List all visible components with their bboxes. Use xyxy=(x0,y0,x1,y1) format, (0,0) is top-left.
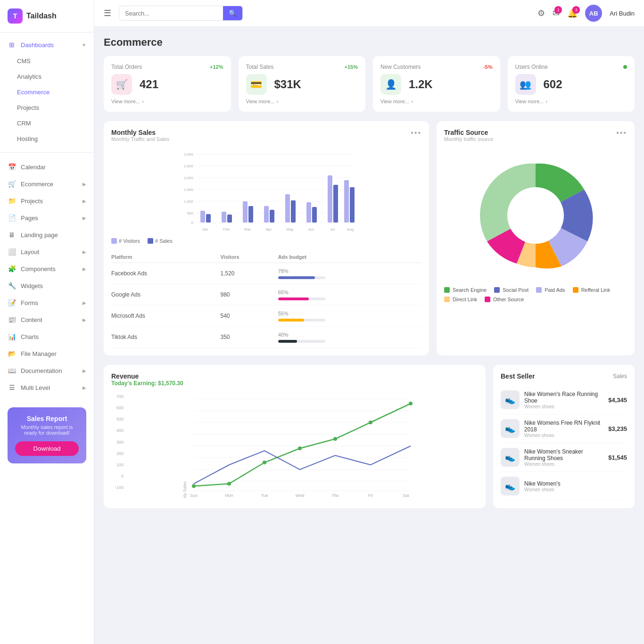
sidebar-item-forms[interactable]: 📝 Forms ▶ xyxy=(0,294,94,311)
components-icon: 🧩 xyxy=(8,264,16,273)
svg-rect-24 xyxy=(306,202,311,223)
svg-text:Thu: Thu xyxy=(331,493,339,498)
chevron-right-icon: ▶ xyxy=(83,300,86,305)
traffic-menu[interactable]: ••• xyxy=(616,129,627,137)
product-category: Women shoes xyxy=(524,487,627,492)
product-category: Women shoes xyxy=(524,462,603,467)
list-item: 👟 Nike Women's Women shoes xyxy=(501,472,627,501)
menu-toggle-button[interactable]: ☰ xyxy=(104,8,111,18)
sales-change: +15% xyxy=(345,64,358,70)
platform-ads-budget: 65% xyxy=(278,284,421,305)
sales-view-more[interactable]: View more... › xyxy=(246,99,358,104)
donut-chart xyxy=(444,149,627,281)
sidebar-item-cms[interactable]: CMS xyxy=(0,53,94,69)
svg-rect-20 xyxy=(264,206,269,223)
chevron-right-icon: ▶ xyxy=(83,182,86,187)
product-info: Nike Women's Race Running Shoe Women sho… xyxy=(524,391,603,409)
search-input[interactable] xyxy=(119,7,223,20)
main-content: ☰ 🔍 ⚙ ✉ 1 🔔 3 AB Ari Budin Ecommerce xyxy=(94,0,644,644)
platform-ads-budget: 78% xyxy=(278,263,421,284)
notifications-button[interactable]: 🔔 3 xyxy=(567,8,578,18)
sidebar-item-content[interactable]: 📰 Content ▶ xyxy=(0,311,94,328)
stat-card-sales: Total Sales +15% 💳 $31K View more... › xyxy=(239,56,366,112)
svg-text:Sun: Sun xyxy=(190,493,198,498)
users-view-more[interactable]: View more... › xyxy=(515,99,627,104)
customers-view-more[interactable]: View more... › xyxy=(380,99,493,104)
sidebar-item-ecommerce[interactable]: Ecommerce xyxy=(0,84,94,100)
progress-bar xyxy=(278,340,325,343)
visitors-legend-dot xyxy=(111,238,117,244)
svg-rect-27 xyxy=(333,185,338,223)
monthly-sales-menu[interactable]: ••• xyxy=(411,129,421,137)
divider xyxy=(0,152,94,153)
svg-rect-21 xyxy=(270,210,274,223)
product-info: Nike Women's Sneaker Running Shoes Women… xyxy=(524,448,603,467)
svg-rect-26 xyxy=(328,175,332,223)
sidebar-item-widgets[interactable]: 🔧 Widgets xyxy=(0,277,94,294)
sidebar-item-hosting[interactable]: Hosting xyxy=(0,131,94,147)
svg-rect-29 xyxy=(350,187,355,223)
sidebar-item-landing[interactable]: 🖥 Landing page xyxy=(0,226,94,243)
svg-rect-17 xyxy=(227,215,232,223)
product-category: Women shoes xyxy=(524,433,603,438)
direct-color xyxy=(444,297,450,302)
donut-legend: Search Engine Social Post Paid Ads xyxy=(444,287,627,302)
sidebar-item-dashboards[interactable]: ⊞ Dashboards ▼ xyxy=(0,36,94,53)
list-item: 👟 Nike Women's Sneaker Running Shoes Wom… xyxy=(501,443,627,472)
sidebar-item-docs[interactable]: 📖 Documentation ▶ xyxy=(0,362,94,379)
sidebar-item-filemanager[interactable]: 📂 File Manager xyxy=(0,345,94,362)
sidebar-item-ecommerce-nav[interactable]: 🛒 Ecommerce ▶ xyxy=(0,175,94,192)
sidebar-item-charts[interactable]: 📊 Charts xyxy=(0,328,94,345)
header-right: ⚙ ✉ 1 🔔 3 AB Ari Budin xyxy=(537,5,635,22)
progress-bar xyxy=(278,319,325,322)
revenue-y-axis: 700 600 500 400 300 200 100 0 -100 xyxy=(111,394,126,499)
multilevel-icon: ☰ xyxy=(8,383,16,392)
download-button[interactable]: Download xyxy=(15,441,79,456)
customers-value: 1.2K xyxy=(409,78,433,91)
orders-label: Total Orders xyxy=(111,64,142,70)
sidebar-item-projects[interactable]: Projects xyxy=(0,100,94,116)
progress-fill xyxy=(278,276,315,279)
sidebar-item-calendar[interactable]: 📅 Calendar xyxy=(0,158,94,175)
orders-view-more[interactable]: View more... › xyxy=(111,99,223,104)
progress-fill xyxy=(278,319,304,322)
chevron-right-icon: ▶ xyxy=(83,198,86,204)
filemanager-icon: 📂 xyxy=(8,349,16,358)
chevron-right-icon: ▶ xyxy=(83,215,86,221)
orders-value: 421 xyxy=(140,78,158,91)
svg-text:Daily Sales: Daily Sales xyxy=(182,481,187,498)
sidebar-item-projects-nav[interactable]: 📁 Projects ▶ xyxy=(0,192,94,209)
visitors-legend-label: # Visitors xyxy=(119,238,140,244)
users-icon: 👥 xyxy=(515,74,536,95)
platform-visitors: 1,520 xyxy=(220,263,278,284)
sidebar-item-crm[interactable]: CRM xyxy=(0,116,94,131)
svg-text:Fri: Fri xyxy=(368,493,373,498)
refferal-color xyxy=(573,287,578,293)
sidebar-item-multilevel[interactable]: ☰ Multi Level ▶ xyxy=(0,379,94,396)
messages-button[interactable]: ✉ 1 xyxy=(553,8,560,18)
sidebar-item-components[interactable]: 🧩 Components ▶ xyxy=(0,260,94,277)
search-button[interactable]: 🔍 xyxy=(223,6,242,20)
legend-refferal: Refferal Link xyxy=(573,287,611,293)
settings-button[interactable]: ⚙ xyxy=(537,8,545,18)
traffic-subtitle: Monthly traffic source xyxy=(444,136,493,142)
svg-text:1,000: 1,000 xyxy=(184,199,194,204)
search-box: 🔍 xyxy=(119,6,243,21)
notifications-badge: 3 xyxy=(572,6,580,14)
svg-rect-15 xyxy=(206,214,211,223)
layout-icon: ⬜ xyxy=(8,248,16,256)
product-name: Nike Women's Race Running Shoe xyxy=(524,391,603,404)
svg-text:Wed: Wed xyxy=(296,493,304,498)
progress-bar xyxy=(278,297,325,300)
dashboards-label: Dashboards xyxy=(21,41,54,49)
users-label: Users Online xyxy=(515,64,548,70)
sidebar-item-analytics[interactable]: Analytics xyxy=(0,69,94,84)
product-category: Women shoes xyxy=(524,404,603,409)
sidebar: T Taildash ⊞ Dashboards ▼ CMS Analytics … xyxy=(0,0,94,644)
avatar[interactable]: AB xyxy=(585,5,602,22)
list-item: 👟 Nike Women's Race Running Shoe Women s… xyxy=(501,386,627,414)
nav-section: 📅 Calendar 🛒 Ecommerce ▶ 📁 Projects ▶ 📄 … xyxy=(0,155,94,400)
sidebar-item-pages[interactable]: 📄 Pages ▶ xyxy=(0,209,94,226)
sidebar-item-layout[interactable]: ⬜ Layout ▶ xyxy=(0,243,94,260)
platform-visitors: 350 xyxy=(220,327,278,348)
